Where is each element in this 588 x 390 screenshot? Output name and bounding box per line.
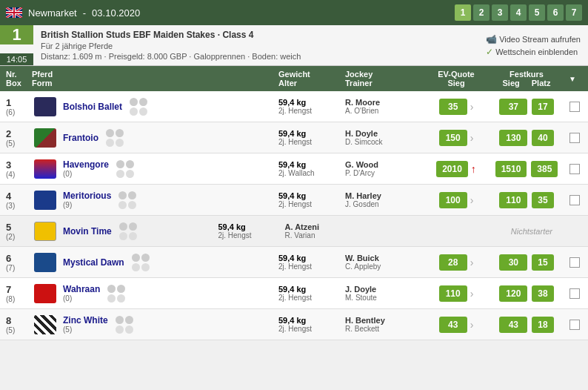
tab-6[interactable]: 6 <box>547 4 564 21</box>
checkbox-col <box>567 320 582 330</box>
fest-sieg[interactable]: 30 <box>499 254 527 271</box>
fest-platz[interactable]: 38 <box>532 285 553 302</box>
fest-sieg[interactable]: 1510 <box>495 161 527 177</box>
ev-arrow: › <box>470 194 474 206</box>
header-sort[interactable]: ▼ <box>567 74 582 83</box>
table-header: Nr. Box Pferd Form Gewicht Alter Jockey … <box>0 66 588 91</box>
gewicht-col: 59,4 kg 2j. Hengst <box>218 222 285 239</box>
horse-name[interactable]: Movin Time <box>63 226 112 237</box>
fest-platz[interactable]: 18 <box>532 317 553 333</box>
nichtstarter-label: Nichtstarter <box>367 227 583 236</box>
horse-box: (3) <box>6 202 32 210</box>
alter-val: 2j. Hengst <box>278 325 345 333</box>
horse-name[interactable]: Mystical Dawn <box>63 257 124 268</box>
festkurs-col: 37 17 <box>486 99 567 115</box>
alter-val: 2j. Hengst <box>278 294 345 302</box>
table-row: 4 (3) Meritorious (9) 59,4 kg 2j. Hengst <box>0 185 588 216</box>
tab-5[interactable]: 5 <box>529 4 545 21</box>
horse-name[interactable]: Havengore <box>63 159 109 170</box>
rating-circles <box>116 160 134 178</box>
horse-number: 4 (3) <box>6 191 32 210</box>
ev-arrow: › <box>470 319 474 331</box>
silk-icon <box>34 315 56 334</box>
horse-nr: 3 <box>6 159 32 171</box>
tab-3[interactable]: 3 <box>492 4 508 21</box>
tab-4[interactable]: 4 <box>510 4 527 21</box>
horse-name[interactable]: Zinc White <box>63 315 108 325</box>
jockey-col: G. Wood P. D'Arcy <box>345 160 427 177</box>
alter-val: 2j. Hengst <box>278 200 345 208</box>
checkbox[interactable] <box>569 164 580 174</box>
alter-val: 2j. Wallach <box>278 169 345 177</box>
header-left: Newmarket - 03.10.2020 <box>6 7 140 19</box>
table-row: 3 (4) Havengore (0) 59,4 kg 2j. Wallach <box>0 153 588 185</box>
video-link[interactable]: 📹 Video Stream aufrufen <box>486 34 581 44</box>
gewicht-val: 59,4 kg <box>278 285 345 294</box>
horse-number: 1 (6) <box>6 97 32 116</box>
alter-val: 2j. Hengst <box>278 138 345 146</box>
ev-odds[interactable]: 110 <box>439 285 467 302</box>
fest-platz[interactable]: 40 <box>532 130 553 146</box>
tab-2[interactable]: 2 <box>473 4 490 21</box>
checkbox[interactable] <box>569 257 580 268</box>
checkbox[interactable] <box>569 102 580 112</box>
wette-link[interactable]: ✓ Wettschein einblenden <box>486 47 581 57</box>
horse-name[interactable]: Meritorious <box>63 191 111 201</box>
festkurs-col: 120 38 <box>486 285 567 302</box>
rating-circles <box>118 191 136 209</box>
silk-icon <box>34 128 56 148</box>
horse-info-col: Frantoio <box>32 127 278 149</box>
horse-name-block: Frantoio <box>63 133 98 143</box>
checkbox[interactable] <box>569 133 580 143</box>
fest-sieg[interactable]: 37 <box>499 99 527 115</box>
fest-sieg[interactable]: 120 <box>499 285 527 302</box>
tab-7[interactable]: 7 <box>566 4 582 21</box>
horse-name[interactable]: Bolshoi Ballet <box>63 102 122 112</box>
fest-platz[interactable]: 35 <box>532 192 553 208</box>
horse-name-block: Mystical Dawn <box>63 257 124 268</box>
ev-quote-col: 43 › <box>427 317 486 333</box>
horse-number: 6 (7) <box>6 253 32 272</box>
gewicht-val: 59,4 kg <box>218 222 285 231</box>
svg-rect-8 <box>6 12 22 13</box>
horse-number: 8 (5) <box>6 315 32 334</box>
checkbox[interactable] <box>569 320 580 330</box>
ev-quote-col: 110 › <box>427 285 486 302</box>
horse-form: (5) <box>63 325 108 334</box>
ev-odds[interactable]: 150 <box>439 130 467 146</box>
alter-val: 2j. Hengst <box>278 262 345 271</box>
horse-name[interactable]: Wahraan <box>63 284 100 294</box>
fest-platz[interactable]: 17 <box>532 99 553 115</box>
fest-sieg[interactable]: 43 <box>499 317 527 333</box>
horse-name-block: Zinc White (5) <box>63 315 108 334</box>
horse-name[interactable]: Frantoio <box>63 133 98 143</box>
header-nr: Nr. Box <box>6 70 32 87</box>
alter-val: 2j. Hengst <box>218 231 285 239</box>
fest-platz[interactable]: 15 <box>532 254 553 271</box>
ev-odds[interactable]: 2010 <box>436 161 468 177</box>
fest-platz[interactable]: 385 <box>531 161 558 177</box>
silk-icon <box>34 191 56 210</box>
horse-info-col: Bolshoi Ballet <box>32 96 278 118</box>
ev-odds[interactable]: 35 <box>439 99 467 115</box>
tab-1[interactable]: 1 <box>455 4 471 21</box>
ev-odds[interactable]: 28 <box>439 254 467 271</box>
fest-sieg[interactable]: 130 <box>499 130 527 146</box>
gewicht-col: 59,4 kg 2j. Wallach <box>278 160 345 177</box>
ev-quote-col: 150 › <box>427 130 486 146</box>
silk-icon <box>34 284 56 303</box>
checkbox[interactable] <box>569 195 580 205</box>
horse-silk <box>32 220 59 242</box>
horse-form: (0) <box>63 170 109 178</box>
horse-name-block: Bolshoi Ballet <box>63 102 122 112</box>
jockey-col: R. Moore A. O'Brien <box>345 98 427 115</box>
ev-odds[interactable]: 43 <box>439 317 467 333</box>
ev-quote-col: 28 › <box>427 254 486 271</box>
rating-circles <box>116 316 133 334</box>
fest-sieg[interactable]: 110 <box>499 192 527 208</box>
checkbox[interactable] <box>569 288 580 299</box>
horse-number: 3 (4) <box>6 159 32 179</box>
gewicht-col: 59,4 kg 2j. Hengst <box>278 285 345 302</box>
ev-odds[interactable]: 100 <box>439 192 467 208</box>
jockey-name: R. Moore <box>345 98 427 107</box>
